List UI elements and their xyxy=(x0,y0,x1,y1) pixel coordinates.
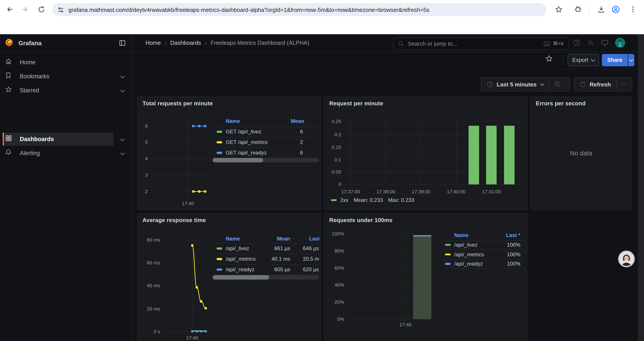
legend-separator xyxy=(212,147,319,148)
toolbar-divider xyxy=(589,5,589,14)
legend-series-name[interactable]: GET /api/_livez xyxy=(226,129,261,135)
sidebar-item-label: Starred xyxy=(20,87,39,94)
help-icon[interactable] xyxy=(573,39,580,47)
time-range-group: Last 5 minutes xyxy=(481,77,570,91)
svg-text:17:38:00: 17:38:00 xyxy=(376,189,395,194)
legend-series-name[interactable]: GET /api/_metrics xyxy=(226,139,268,145)
svg-text:0 s: 0 s xyxy=(154,329,160,334)
legend-separator xyxy=(442,259,524,259)
keyboard-icon xyxy=(544,41,550,46)
legend-series-name[interactable]: GET /api/_readyz xyxy=(226,150,266,156)
legend-header-name: Name xyxy=(226,118,240,124)
legend-separator xyxy=(212,137,319,137)
svg-text:2: 2 xyxy=(145,189,148,194)
svg-text:17:39:00: 17:39:00 xyxy=(412,189,430,194)
home-icon xyxy=(5,58,12,67)
legend-value: 100% xyxy=(507,261,520,267)
legend-series-name[interactable]: /api/_livez xyxy=(454,242,478,248)
bookmark-star-icon[interactable] xyxy=(555,6,562,13)
chevron-down-icon[interactable] xyxy=(120,151,125,155)
time-range-label[interactable]: Last 5 minutes xyxy=(497,81,536,88)
sidebar-item-label: Alerting xyxy=(20,150,40,156)
sidebar-item-starred[interactable]: Starred xyxy=(0,84,132,97)
profile-icon[interactable] xyxy=(612,5,620,14)
svg-text:0%: 0% xyxy=(337,316,344,322)
svg-text:17:40: 17:40 xyxy=(186,335,198,340)
breadcrumb-home[interactable]: Home xyxy=(146,40,161,46)
search-icon xyxy=(398,41,404,46)
legend-series-name[interactable]: /api/_metrics xyxy=(226,256,256,262)
legend-series-name[interactable]: /api/_readyz xyxy=(226,266,254,272)
chevron-down-icon[interactable] xyxy=(540,81,544,86)
news-rss-icon[interactable] xyxy=(587,39,594,47)
legend-header-name: Name xyxy=(454,232,468,238)
svg-text:3: 3 xyxy=(145,172,148,178)
svg-text:6: 6 xyxy=(145,123,148,129)
screen: Freeleaps 收藏博客 Grafana Home xyxy=(0,0,644,341)
legend-value: 6 xyxy=(300,129,303,135)
legend-scrollbar-thumb[interactable] xyxy=(212,275,269,279)
share-menu-button[interactable] xyxy=(628,54,634,66)
legend-series-pill xyxy=(445,244,451,246)
address-bar[interactable] xyxy=(52,3,546,16)
browser-menu-icon[interactable] xyxy=(630,6,636,13)
search-input[interactable] xyxy=(407,40,544,47)
assistant-avatar-overlay[interactable] xyxy=(618,251,635,267)
breadcrumb-dashboards[interactable]: Dashboards xyxy=(170,40,201,46)
export-button[interactable]: Export xyxy=(568,54,599,66)
legend-series-name[interactable]: 2xx xyxy=(340,197,348,203)
svg-text:0.2: 0.2 xyxy=(334,132,341,137)
user-avatar[interactable] xyxy=(615,38,625,48)
refresh-label[interactable]: Refresh xyxy=(590,81,611,88)
svg-text:0.25: 0.25 xyxy=(332,119,341,124)
dashboards-grid-icon xyxy=(5,135,12,143)
request-per-minute-chart[interactable]: 0.250.20.150.10.05017:37:0017:38:0017:39… xyxy=(324,97,527,209)
chevron-down-icon[interactable] xyxy=(120,137,125,141)
chevron-down-icon[interactable] xyxy=(120,88,125,92)
star-icon xyxy=(5,86,12,95)
legend-series-name[interactable]: /api/_readyz xyxy=(454,261,483,267)
back-icon[interactable] xyxy=(6,6,13,13)
legend-table: NameLast */api/_livez100%/api/_metrics10… xyxy=(442,214,524,341)
nav-icons xyxy=(573,34,625,52)
legend-table: NameMeanGET /api/_livez6GET /api/_metric… xyxy=(212,97,319,209)
reload-icon[interactable] xyxy=(38,6,45,13)
extensions-icon[interactable] xyxy=(574,6,581,13)
legend-scrollbar-thumb[interactable] xyxy=(212,158,263,162)
svg-text:17:37:00: 17:37:00 xyxy=(341,189,360,194)
site-settings-icon[interactable] xyxy=(58,6,64,13)
legend-series-pill xyxy=(216,247,222,249)
legend-series-pill xyxy=(216,141,222,143)
forward-icon[interactable] xyxy=(22,6,29,13)
url-input[interactable] xyxy=(68,6,529,13)
sidebar-item-dashboards[interactable]: Dashboards xyxy=(0,133,132,146)
svg-text:40%: 40% xyxy=(334,282,344,288)
refresh-interval-chevron[interactable] xyxy=(617,83,632,85)
active-item-highlight xyxy=(3,133,114,146)
legend-series-name[interactable]: /api/_metrics xyxy=(454,251,484,257)
zoom-out-icon[interactable] xyxy=(549,81,566,88)
legend-value: 100% xyxy=(507,251,520,257)
grafana-app: Grafana Home › Dashboards › Freeleaps Me… xyxy=(0,34,644,341)
search-shortcut: ⌘+k xyxy=(553,40,564,47)
sidebar-item-alerting[interactable]: Alerting xyxy=(0,147,132,160)
breadcrumb-current: Freeleaps Metrics Dashboard (ALPHA) xyxy=(210,40,309,46)
legend-series-name[interactable]: /api/_livez xyxy=(226,245,249,251)
sidebar-item-home[interactable]: Home xyxy=(0,56,132,69)
share-button[interactable]: Share xyxy=(602,54,628,66)
legend-separator xyxy=(212,157,319,158)
favorite-star-icon[interactable] xyxy=(545,55,553,62)
sidebar-item-bookmarks[interactable]: Bookmarks xyxy=(0,70,132,83)
bell-icon xyxy=(5,149,12,157)
svg-text:17:40:00: 17:40:00 xyxy=(447,189,466,194)
no-data-message: No data xyxy=(531,97,631,209)
search-box[interactable]: ⌘+k xyxy=(393,37,568,50)
chevron-down-icon[interactable] xyxy=(120,74,125,78)
panel-requests-under-100ms: Requests under 100ms 100%80%60%40%20%0%1… xyxy=(324,213,528,341)
kiosk-monitor-icon[interactable] xyxy=(601,39,608,47)
legend-header-mean: Mean xyxy=(291,118,304,124)
page-scrollbar[interactable] xyxy=(638,34,644,341)
svg-text:40 ms: 40 ms xyxy=(147,283,160,288)
panel-total-requests: Total requests per minute 6543217:40 Nam… xyxy=(137,97,321,210)
downloads-icon[interactable] xyxy=(598,6,605,13)
